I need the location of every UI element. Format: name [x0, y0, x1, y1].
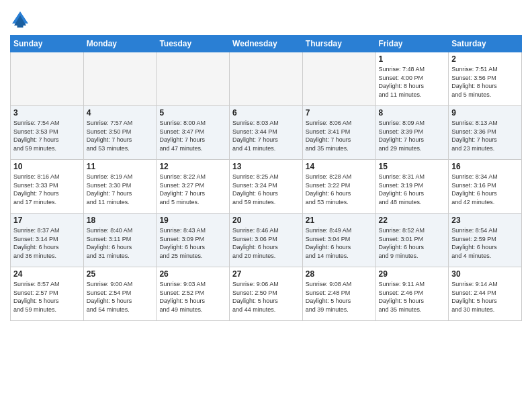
week-row-5: 24Sunrise: 8:57 AM Sunset: 2:57 PM Dayli…	[11, 267, 522, 321]
page: SundayMondayTuesdayWednesdayThursdayFrid…	[0, 0, 532, 411]
day-info: Sunrise: 8:57 AM Sunset: 2:57 PM Dayligh…	[13, 280, 81, 314]
day-number: 19	[159, 216, 226, 225]
day-number: 13	[232, 162, 300, 171]
day-info: Sunrise: 8:31 AM Sunset: 3:19 PM Dayligh…	[379, 173, 446, 206]
day-info: Sunrise: 9:11 AM Sunset: 2:46 PM Dayligh…	[379, 280, 446, 314]
weekday-wednesday: Wednesday	[230, 36, 303, 52]
day-cell: 24Sunrise: 8:57 AM Sunset: 2:57 PM Dayli…	[11, 267, 84, 321]
day-number: 12	[159, 162, 226, 171]
logo	[10, 9, 33, 30]
day-number: 24	[13, 269, 81, 279]
day-cell: 8Sunrise: 8:09 AM Sunset: 3:39 PM Daylig…	[375, 106, 449, 160]
day-cell: 13Sunrise: 8:25 AM Sunset: 3:24 PM Dayli…	[230, 160, 303, 214]
day-number: 16	[451, 162, 519, 171]
day-cell	[302, 52, 375, 106]
day-info: Sunrise: 9:03 AM Sunset: 2:52 PM Dayligh…	[159, 280, 226, 314]
day-number: 4	[87, 108, 154, 118]
day-info: Sunrise: 8:37 AM Sunset: 3:14 PM Dayligh…	[13, 226, 81, 260]
day-number: 3	[13, 108, 81, 118]
day-info: Sunrise: 8:22 AM Sunset: 3:27 PM Dayligh…	[159, 173, 226, 206]
day-info: Sunrise: 8:13 AM Sunset: 3:36 PM Dayligh…	[451, 119, 519, 152]
day-info: Sunrise: 9:14 AM Sunset: 2:44 PM Dayligh…	[451, 280, 519, 314]
day-info: Sunrise: 8:28 AM Sunset: 3:22 PM Dayligh…	[306, 173, 373, 206]
day-cell: 15Sunrise: 8:31 AM Sunset: 3:19 PM Dayli…	[375, 160, 449, 214]
week-row-4: 17Sunrise: 8:37 AM Sunset: 3:14 PM Dayli…	[11, 214, 522, 267]
logo-icon	[10, 9, 30, 30]
day-info: Sunrise: 9:06 AM Sunset: 2:50 PM Dayligh…	[232, 280, 300, 314]
day-number: 29	[379, 269, 446, 279]
day-info: Sunrise: 8:43 AM Sunset: 3:09 PM Dayligh…	[159, 226, 226, 260]
day-info: Sunrise: 8:46 AM Sunset: 3:06 PM Dayligh…	[232, 226, 300, 260]
day-number: 2	[451, 54, 519, 64]
weekday-monday: Monday	[83, 36, 157, 52]
day-number: 7	[306, 108, 373, 118]
day-cell: 26Sunrise: 9:03 AM Sunset: 2:52 PM Dayli…	[157, 267, 230, 321]
day-info: Sunrise: 7:48 AM Sunset: 4:00 PM Dayligh…	[379, 65, 446, 99]
day-number: 5	[159, 108, 226, 118]
weekday-tuesday: Tuesday	[157, 36, 230, 52]
day-cell: 20Sunrise: 8:46 AM Sunset: 3:06 PM Dayli…	[230, 214, 303, 267]
day-number: 22	[379, 216, 446, 225]
day-cell: 29Sunrise: 9:11 AM Sunset: 2:46 PM Dayli…	[375, 267, 449, 321]
day-info: Sunrise: 8:40 AM Sunset: 3:11 PM Dayligh…	[87, 226, 154, 260]
weekday-header-row: SundayMondayTuesdayWednesdayThursdayFrid…	[11, 36, 522, 52]
day-info: Sunrise: 8:16 AM Sunset: 3:33 PM Dayligh…	[13, 173, 81, 206]
day-info: Sunrise: 8:34 AM Sunset: 3:16 PM Dayligh…	[451, 173, 519, 206]
day-info: Sunrise: 8:03 AM Sunset: 3:44 PM Dayligh…	[232, 119, 300, 152]
day-number: 25	[87, 269, 154, 279]
weekday-saturday: Saturday	[449, 36, 522, 52]
day-info: Sunrise: 7:57 AM Sunset: 3:50 PM Dayligh…	[87, 119, 154, 152]
day-cell: 3Sunrise: 7:54 AM Sunset: 3:53 PM Daylig…	[11, 106, 84, 160]
day-info: Sunrise: 9:08 AM Sunset: 2:48 PM Dayligh…	[306, 280, 373, 314]
day-cell: 4Sunrise: 7:57 AM Sunset: 3:50 PM Daylig…	[83, 106, 157, 160]
day-number: 26	[159, 269, 226, 279]
day-number: 1	[379, 54, 446, 64]
day-number: 14	[306, 162, 373, 171]
day-info: Sunrise: 8:49 AM Sunset: 3:04 PM Dayligh…	[306, 226, 373, 260]
day-cell: 11Sunrise: 8:19 AM Sunset: 3:30 PM Dayli…	[83, 160, 157, 214]
week-row-3: 10Sunrise: 8:16 AM Sunset: 3:33 PM Dayli…	[11, 160, 522, 214]
day-number: 9	[451, 108, 519, 118]
day-cell: 7Sunrise: 8:06 AM Sunset: 3:41 PM Daylig…	[302, 106, 375, 160]
header	[10, 7, 522, 30]
weekday-sunday: Sunday	[11, 36, 84, 52]
day-number: 28	[306, 269, 373, 279]
calendar: SundayMondayTuesdayWednesdayThursdayFrid…	[10, 35, 522, 321]
day-number: 6	[232, 108, 300, 118]
day-info: Sunrise: 8:00 AM Sunset: 3:47 PM Dayligh…	[159, 119, 226, 152]
day-info: Sunrise: 8:09 AM Sunset: 3:39 PM Dayligh…	[379, 119, 446, 152]
day-cell: 30Sunrise: 9:14 AM Sunset: 2:44 PM Dayli…	[449, 267, 522, 321]
day-number: 23	[451, 216, 519, 225]
day-cell: 14Sunrise: 8:28 AM Sunset: 3:22 PM Dayli…	[302, 160, 375, 214]
day-cell: 27Sunrise: 9:06 AM Sunset: 2:50 PM Dayli…	[230, 267, 303, 321]
day-cell	[230, 52, 303, 106]
day-cell: 10Sunrise: 8:16 AM Sunset: 3:33 PM Dayli…	[11, 160, 84, 214]
week-row-2: 3Sunrise: 7:54 AM Sunset: 3:53 PM Daylig…	[11, 106, 522, 160]
day-cell: 17Sunrise: 8:37 AM Sunset: 3:14 PM Dayli…	[11, 214, 84, 267]
day-cell: 22Sunrise: 8:52 AM Sunset: 3:01 PM Dayli…	[375, 214, 449, 267]
day-info: Sunrise: 8:54 AM Sunset: 2:59 PM Dayligh…	[451, 226, 519, 260]
day-info: Sunrise: 8:25 AM Sunset: 3:24 PM Dayligh…	[232, 173, 300, 206]
weekday-friday: Friday	[375, 36, 449, 52]
day-info: Sunrise: 7:54 AM Sunset: 3:53 PM Dayligh…	[13, 119, 81, 152]
day-number: 11	[87, 162, 154, 171]
day-cell	[83, 52, 157, 106]
day-number: 30	[451, 269, 519, 279]
day-number: 17	[13, 216, 81, 225]
day-cell: 12Sunrise: 8:22 AM Sunset: 3:27 PM Dayli…	[157, 160, 230, 214]
day-cell: 19Sunrise: 8:43 AM Sunset: 3:09 PM Dayli…	[157, 214, 230, 267]
day-number: 20	[232, 216, 300, 225]
day-cell: 16Sunrise: 8:34 AM Sunset: 3:16 PM Dayli…	[449, 160, 522, 214]
day-cell: 23Sunrise: 8:54 AM Sunset: 2:59 PM Dayli…	[449, 214, 522, 267]
day-info: Sunrise: 7:51 AM Sunset: 3:56 PM Dayligh…	[451, 65, 519, 99]
day-cell: 28Sunrise: 9:08 AM Sunset: 2:48 PM Dayli…	[302, 267, 375, 321]
day-cell: 9Sunrise: 8:13 AM Sunset: 3:36 PM Daylig…	[449, 106, 522, 160]
day-number: 8	[379, 108, 446, 118]
week-row-1: 1Sunrise: 7:48 AM Sunset: 4:00 PM Daylig…	[11, 52, 522, 106]
day-number: 10	[13, 162, 81, 171]
day-info: Sunrise: 8:19 AM Sunset: 3:30 PM Dayligh…	[87, 173, 154, 206]
day-cell	[157, 52, 230, 106]
day-cell: 18Sunrise: 8:40 AM Sunset: 3:11 PM Dayli…	[83, 214, 157, 267]
day-cell: 6Sunrise: 8:03 AM Sunset: 3:44 PM Daylig…	[230, 106, 303, 160]
day-number: 18	[87, 216, 154, 225]
